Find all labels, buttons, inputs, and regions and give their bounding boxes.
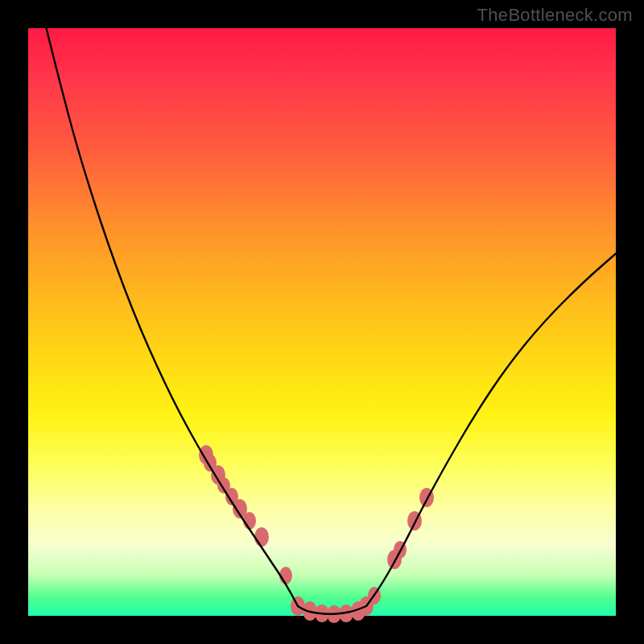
chart-svg	[28, 28, 616, 616]
bottleneck-curve	[44, 20, 616, 614]
plot-area	[28, 28, 616, 616]
marker-group	[199, 445, 434, 623]
watermark-text: TheBottleneck.com	[477, 5, 633, 26]
data-marker	[254, 527, 269, 547]
chart-frame: TheBottleneck.com	[0, 0, 644, 644]
